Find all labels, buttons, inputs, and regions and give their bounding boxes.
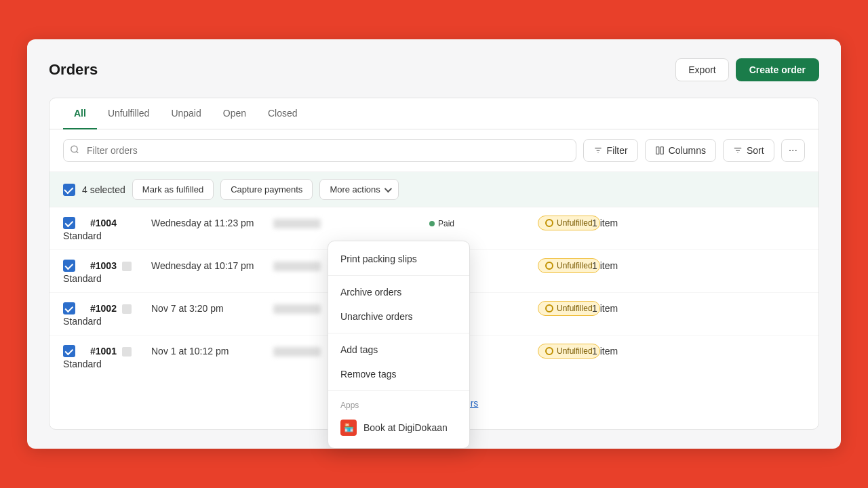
- capture-payments-button[interactable]: Capture payments: [220, 179, 313, 200]
- dropdown-item-print-packing-slips[interactable]: Print packing slips: [328, 247, 469, 271]
- svg-point-0: [71, 146, 77, 152]
- orders-card: All Unfulfilled Unpaid Open Closed Filte: [49, 98, 819, 430]
- order-delivery-1002: Standard: [63, 316, 90, 327]
- dropdown-item-add-tags[interactable]: Add tags: [328, 338, 469, 362]
- dropdown-item-archive-orders[interactable]: Archive orders: [328, 280, 469, 304]
- dropdown-divider-2: [328, 333, 469, 333]
- tab-open[interactable]: Open: [212, 98, 257, 129]
- toolbar-more-button[interactable]: ···: [781, 139, 805, 162]
- tabs: All Unfulfilled Unpaid Open Closed: [50, 98, 818, 129]
- chevron-down-icon: [384, 184, 392, 192]
- order-items-1002: 1 item: [592, 303, 660, 314]
- search-icon: [70, 145, 79, 157]
- selected-count: 4 selected: [82, 184, 125, 195]
- order-date-1002: Nov 7 at 3:20 pm: [151, 303, 273, 314]
- columns-button[interactable]: Columns: [645, 139, 716, 162]
- more-actions-dropdown: Print packing slips Archive orders Unarc…: [328, 241, 470, 449]
- main-card: Orders Export Create order All Unfulfill…: [27, 39, 841, 449]
- filter-icon: [593, 146, 603, 155]
- dropdown-apps-label: Apps: [328, 395, 469, 413]
- order-number-1004: #1004: [90, 218, 151, 228]
- order-date-1003: Wednesday at 10:17 pm: [151, 260, 273, 271]
- order-fulfillment-1002: Unfulfilled: [538, 301, 592, 316]
- tab-closed[interactable]: Closed: [257, 98, 309, 129]
- tab-all[interactable]: All: [63, 98, 97, 129]
- order-delivery-1001: Standard: [63, 359, 90, 369]
- svg-rect-5: [656, 147, 658, 155]
- search-wrapper: [63, 139, 576, 162]
- tab-unpaid[interactable]: Unpaid: [160, 98, 212, 129]
- tab-unfulfilled[interactable]: Unfulfilled: [97, 98, 160, 129]
- order-payment-1004: Paid: [429, 218, 538, 228]
- order-delivery-1004: Standard: [63, 230, 90, 241]
- sort-button[interactable]: Sort: [723, 139, 774, 162]
- order-items-1001: 1 item: [592, 346, 660, 357]
- order-items-1003: 1 item: [592, 260, 660, 271]
- order-fulfillment-1004: Unfulfilled: [538, 216, 592, 230]
- header-actions: Export Create order: [675, 58, 819, 81]
- order-number-1003: #1003: [90, 260, 151, 271]
- row-checkbox-1002[interactable]: [63, 302, 75, 314]
- dropdown-item-remove-tags[interactable]: Remove tags: [328, 362, 469, 386]
- note-icon: [122, 262, 132, 271]
- export-button[interactable]: Export: [675, 58, 728, 81]
- row-checkbox-1003[interactable]: [63, 260, 75, 272]
- create-order-button[interactable]: Create order: [736, 58, 819, 81]
- order-date-1004: Wednesday at 11:23 pm: [151, 218, 273, 228]
- select-all-checkbox[interactable]: [63, 184, 75, 196]
- dropdown-item-unarchive-orders[interactable]: Unarchive orders: [328, 304, 469, 329]
- columns-icon: [655, 146, 665, 155]
- digidokaan-app-icon: 🏪: [340, 420, 357, 436]
- note-icon: [122, 347, 132, 357]
- order-number-1002: #1002: [90, 303, 151, 314]
- svg-line-1: [77, 151, 79, 153]
- order-fulfillment-1003: Unfulfilled: [538, 258, 592, 273]
- order-number-1001: #1001: [90, 346, 151, 357]
- dropdown-divider: [328, 275, 469, 276]
- order-date-1001: Nov 1 at 10:12 pm: [151, 346, 273, 357]
- selection-bar: 4 selected Mark as fulfilled Capture pay…: [50, 172, 818, 207]
- digidokaan-label: Book at DigiDokaan: [363, 422, 448, 433]
- mark-as-fulfilled-button[interactable]: Mark as fulfilled: [132, 179, 214, 200]
- svg-rect-6: [660, 147, 663, 155]
- order-delivery-1003: Standard: [63, 273, 90, 284]
- row-checkbox-1001[interactable]: [63, 345, 75, 357]
- row-checkbox-1004[interactable]: [63, 217, 75, 229]
- search-input[interactable]: [63, 139, 576, 162]
- note-icon: [122, 304, 132, 314]
- toolbar: Filter Columns Sort ···: [50, 129, 818, 172]
- sort-icon: [733, 146, 743, 155]
- more-actions-button[interactable]: More actions: [319, 179, 398, 200]
- order-customer-1004: [273, 218, 361, 228]
- page-title: Orders: [49, 61, 98, 79]
- order-items-1004: 1 item: [592, 218, 660, 228]
- filter-button[interactable]: Filter: [583, 139, 638, 162]
- dropdown-divider-3: [328, 390, 469, 391]
- page-header: Orders Export Create order: [49, 58, 819, 81]
- dropdown-item-book-digidokaan[interactable]: 🏪 Book at DigiDokaan: [328, 413, 469, 443]
- order-fulfillment-1001: Unfulfilled: [538, 344, 592, 359]
